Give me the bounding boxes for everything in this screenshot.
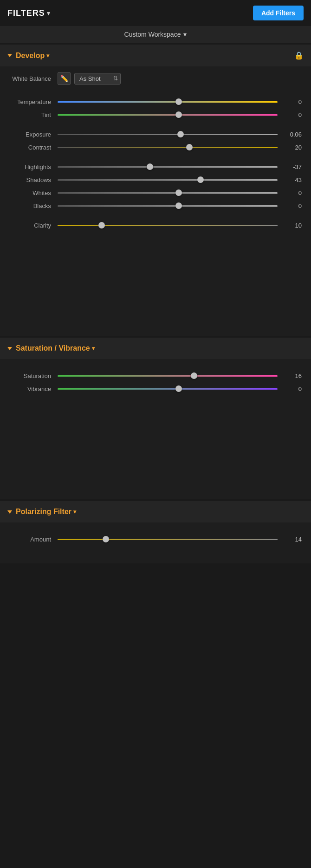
exposure-value: 0.06 bbox=[282, 131, 302, 138]
temperature-value: 0 bbox=[282, 98, 302, 105]
saturation-track-container[interactable] bbox=[58, 371, 278, 380]
shadows-track bbox=[58, 179, 278, 181]
clarity-track-container[interactable] bbox=[58, 221, 278, 230]
whites-thumb[interactable] bbox=[175, 189, 182, 196]
blacks-thumb[interactable] bbox=[175, 202, 182, 209]
clarity-label: Clarity bbox=[9, 222, 51, 229]
shadows-label: Shadows bbox=[9, 176, 51, 183]
workspace-bar[interactable]: Custom Workspace ▾ bbox=[0, 26, 311, 43]
clarity-value: 10 bbox=[282, 222, 302, 229]
slider-row-clarity: Clarity 10 bbox=[9, 221, 302, 230]
whites-value: 0 bbox=[282, 189, 302, 196]
white-balance-row: White Balance ✏️ As Shot bbox=[9, 72, 302, 85]
develop-section: Develop ▾ 🔒 White Balance ✏️ As Shot Tem… bbox=[0, 45, 311, 336]
wb-select-wrapper: As Shot bbox=[74, 73, 121, 85]
slider-row-amount: Amount 14 bbox=[9, 535, 302, 544]
develop-lock-icon[interactable]: 🔒 bbox=[294, 51, 304, 60]
whites-track bbox=[58, 192, 278, 194]
contrast-value: 20 bbox=[282, 144, 302, 151]
slider-row-exposure: Exposure 0.06 bbox=[9, 130, 302, 139]
blacks-track bbox=[58, 205, 278, 207]
add-filters-button[interactable]: Add Filters bbox=[253, 6, 304, 20]
saturation-thumb[interactable] bbox=[191, 372, 197, 379]
vibrance-track bbox=[58, 388, 278, 390]
blacks-value: 0 bbox=[282, 202, 302, 209]
saturation-vibrance-large-gap bbox=[9, 397, 302, 490]
polarizing-filter-collapse-icon bbox=[7, 510, 12, 514]
clarity-track bbox=[58, 225, 278, 226]
saturation-value: 16 bbox=[282, 372, 302, 379]
slider-row-vibrance: Vibrance 0 bbox=[9, 384, 302, 393]
whites-track-container[interactable] bbox=[58, 188, 278, 197]
develop-title: Develop ▾ bbox=[16, 52, 49, 60]
contrast-label: Contrast bbox=[9, 144, 51, 151]
highlights-label: Highlights bbox=[9, 163, 51, 170]
slider-row-temperature: Temperature 0 bbox=[9, 97, 302, 106]
vibrance-label: Vibrance bbox=[9, 385, 51, 392]
polarizing-filter-chevron: ▾ bbox=[73, 509, 76, 515]
slider-row-blacks: Blacks 0 bbox=[9, 201, 302, 210]
polarizing-filter-header[interactable]: Polarizing Filter ▾ bbox=[0, 501, 311, 522]
exposure-thumb[interactable] bbox=[177, 131, 184, 137]
clarity-thumb[interactable] bbox=[98, 222, 105, 228]
saturation-vibrance-collapse-icon bbox=[7, 347, 12, 350]
temperature-thumb[interactable] bbox=[175, 98, 182, 105]
saturation-vibrance-chevron: ▾ bbox=[92, 345, 95, 352]
saturation-vibrance-section: Saturation / Vibrance ▾ Saturation 16 Vi… bbox=[0, 338, 311, 499]
temperature-track bbox=[58, 101, 278, 103]
amount-label: Amount bbox=[9, 536, 51, 543]
workspace-label: Custom Workspace bbox=[124, 31, 181, 38]
filters-chevron: ▾ bbox=[47, 10, 51, 17]
tint-track-container[interactable] bbox=[58, 110, 278, 119]
amount-track-container[interactable] bbox=[58, 535, 278, 544]
slider-row-whites: Whites 0 bbox=[9, 188, 302, 197]
saturation-vibrance-title: Saturation / Vibrance ▾ bbox=[16, 344, 95, 352]
saturation-label: Saturation bbox=[9, 372, 51, 379]
develop-collapse-icon bbox=[7, 54, 12, 57]
filters-label: FILTERS bbox=[7, 8, 45, 18]
whites-label: Whites bbox=[9, 189, 51, 196]
temperature-label: Temperature bbox=[9, 98, 51, 105]
slider-row-highlights: Highlights -37 bbox=[9, 162, 302, 171]
saturation-vibrance-header[interactable]: Saturation / Vibrance ▾ bbox=[0, 338, 311, 359]
develop-large-gap bbox=[9, 234, 302, 326]
wb-controls: ✏️ As Shot bbox=[58, 72, 121, 85]
exposure-label: Exposure bbox=[9, 131, 51, 138]
contrast-track-container[interactable] bbox=[58, 143, 278, 152]
tint-track bbox=[58, 114, 278, 116]
blacks-track-container[interactable] bbox=[58, 201, 278, 210]
vibrance-track-container[interactable] bbox=[58, 384, 278, 393]
blacks-label: Blacks bbox=[9, 202, 51, 209]
tint-thumb[interactable] bbox=[175, 111, 182, 118]
tint-value: 0 bbox=[282, 111, 302, 118]
contrast-thumb[interactable] bbox=[186, 144, 193, 150]
polarizing-filter-section: Polarizing Filter ▾ Amount 14 bbox=[0, 501, 311, 563]
highlights-track bbox=[58, 166, 278, 168]
develop-sliders-container: White Balance ✏️ As Shot Temperature 0 bbox=[0, 66, 311, 336]
shadows-thumb[interactable] bbox=[197, 176, 204, 183]
slider-row-contrast: Contrast 20 bbox=[9, 143, 302, 152]
exposure-track-container[interactable] bbox=[58, 130, 278, 139]
highlights-track-container[interactable] bbox=[58, 162, 278, 171]
white-balance-label: White Balance bbox=[9, 75, 51, 82]
develop-title-chevron: ▾ bbox=[46, 52, 49, 59]
wb-eyedropper-button[interactable]: ✏️ bbox=[58, 72, 71, 85]
slider-row-saturation: Saturation 16 bbox=[9, 371, 302, 380]
amount-thumb[interactable] bbox=[103, 536, 109, 542]
develop-section-header[interactable]: Develop ▾ 🔒 bbox=[0, 45, 311, 66]
vibrance-thumb[interactable] bbox=[175, 385, 182, 392]
polarizing-filter-title: Polarizing Filter ▾ bbox=[16, 508, 76, 516]
vibrance-value: 0 bbox=[282, 385, 302, 392]
exposure-track bbox=[58, 134, 278, 135]
slider-row-shadows: Shadows 43 bbox=[9, 175, 302, 184]
highlights-thumb[interactable] bbox=[147, 163, 153, 170]
shadows-value: 43 bbox=[282, 176, 302, 183]
amount-track bbox=[58, 539, 278, 540]
top-bar: FILTERS ▾ Add Filters bbox=[0, 0, 311, 26]
temperature-track-container[interactable] bbox=[58, 97, 278, 106]
wb-select[interactable]: As Shot bbox=[74, 73, 121, 85]
amount-value: 14 bbox=[282, 536, 302, 543]
workspace-chevron: ▾ bbox=[183, 31, 187, 38]
shadows-track-container[interactable] bbox=[58, 175, 278, 184]
slider-row-tint: Tint 0 bbox=[9, 110, 302, 119]
